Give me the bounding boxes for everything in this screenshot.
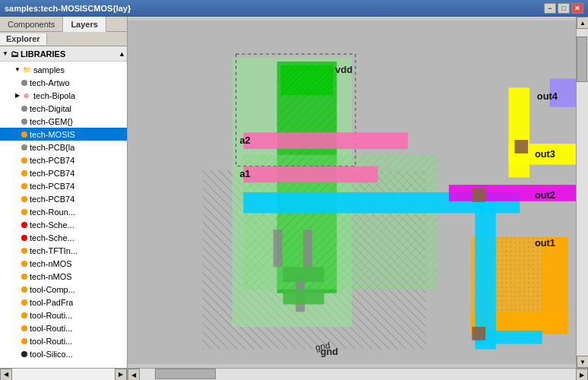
tree-dot-gray [21,119,27,125]
canvas-h-scrollbar[interactable]: ◀ ▶ [128,368,588,380]
window-controls: − □ ✕ [544,3,583,14]
tree-item-tech-pcb74c[interactable]: tech-PCB74 [0,179,127,192]
tree-h-scrollbar[interactable]: ◀ ▶ [0,368,127,380]
tree-item-samples[interactable]: ▼ 📁 samples [0,63,127,76]
svg-text:vdd: vdd [335,64,352,75]
tree-item-label: tech-PCB74 [30,182,74,191]
tree-item-tool-rout1[interactable]: tool-Routi... [0,309,127,321]
tree-item-tech-pcb74a[interactable]: tech-PCB74 [0,154,127,166]
svg-rect-24 [243,132,407,149]
tree-item-tool-rout2[interactable]: tool-Routi... [0,321,127,334]
svg-rect-25 [243,166,378,183]
svg-rect-16 [273,230,283,267]
tree-item-label: tool-Comp... [30,285,75,294]
canvas-h-scroll-thumb[interactable] [155,369,216,379]
libraries-header: ▼ 🗂 LIBRARIES ▲ [0,46,127,62]
tree-item-label: tech-PCB{la [30,143,74,152]
restore-button[interactable]: □ [558,3,570,14]
tree-item-label: tool-Silico... [30,350,73,359]
canvas-scroll-left[interactable]: ◀ [128,369,140,380]
scroll-down-arrow[interactable]: ▼ [577,356,588,368]
svg-text:out3: out3 [535,148,555,160]
svg-rect-29 [281,65,334,95]
tab-layers[interactable]: Layers [63,17,106,32]
canvas-scroll-right[interactable]: ▶ [576,369,588,380]
svg-rect-20 [475,192,496,350]
tree-item-tech-pcbla[interactable]: tech-PCB{la [0,141,127,154]
main-container: Components Layers Explorer ▼ 🗂 LIBRARIES… [0,17,588,380]
tree-item-label: tech-Artwo [30,78,70,87]
tree-item-tech-nmos2[interactable]: tech-nMOS [0,270,127,283]
tree-dot-orange [21,312,27,318]
v-scroll-track[interactable] [577,29,588,356]
schematic-svg[interactable]: vdd gnd a2 a1 out1 out2 out3 out4 gnd [128,17,576,368]
tree-item-tool-padfra[interactable]: tool-PadFra [0,296,127,309]
tab-components[interactable]: Components [0,17,63,31]
svg-rect-26 [449,185,576,201]
top-panel: Components Layers Explorer ▼ 🗂 LIBRARIES… [0,17,588,380]
tree-item-label: tool-PadFra [30,298,73,307]
window-title: samples:tech-MOSISCMOS{lay} [5,4,131,13]
tree-dot-red [21,222,27,228]
tree-item-tech-artwo[interactable]: tech-Artwo [0,76,127,89]
tree-item-tech-roun[interactable]: tech-Roun... [0,205,127,218]
canvas-h-scroll-track[interactable] [140,369,576,380]
left-panel: Components Layers Explorer ▼ 🗂 LIBRARIES… [0,17,128,380]
tree-item-tool-sili[interactable]: tool-Silico... [0,347,127,360]
minimize-button[interactable]: − [544,3,556,14]
close-button[interactable]: ✕ [571,3,583,14]
libraries-scroll-up[interactable]: ▲ [119,50,125,58]
tree-dot-gray [21,106,27,112]
tree-item-tech-tftin[interactable]: tech-TFTIn... [0,244,127,257]
tree-item-label: tech-PCB74 [30,169,74,178]
svg-text:out4: out4 [537,90,558,102]
tree-dot-orange [21,261,27,267]
tree-item-tech-sche2[interactable]: tech-Sche... [0,231,127,244]
tree-item-tech-pcb74d[interactable]: tech-PCB74 [0,192,127,205]
tab-explorer[interactable]: Explorer [0,33,47,45]
tree-item-tech-bipola[interactable]: ▶ ⊕ tech-Bipola [0,89,127,102]
tree-item-label: tech-nMOS [30,272,72,281]
svg-text:a2: a2 [240,135,251,146]
tree-item-label: tech-Bipola [33,91,75,100]
tree-dot-orange [21,183,27,189]
svg-rect-31 [472,188,485,202]
samples-folder-icon: 📁 [21,65,32,75]
tree-item-tool-comp[interactable]: tool-Comp... [0,283,127,296]
tree-item-tech-sche1[interactable]: tech-Sche... [0,218,127,231]
tree-item-tech-nmos1[interactable]: tech-nMOS [0,257,127,270]
v-scroll-thumb[interactable] [577,36,587,82]
scroll-up-arrow[interactable]: ▲ [577,17,588,29]
tree-dot-orange [21,209,27,215]
tree-item-label: tool-Routi... [30,311,72,320]
scroll-right-arrow[interactable]: ▶ [115,369,127,381]
tree-item-label: tech-PCB74 [30,156,74,165]
tree-dot-orange [21,170,27,176]
tree-item-tech-mosis[interactable]: tech-MOSIS [0,128,127,141]
tree-item-label: tool-Routi... [30,324,72,333]
tree-item-label: tech-MOSIS [30,130,75,139]
canvas-content[interactable]: vdd gnd a2 a1 out1 out2 out3 out4 gnd [128,17,576,368]
tree-item-label: tech-TFTIn... [30,246,77,255]
tree-dot-gray [21,144,27,150]
tree-dot-orange [21,131,27,138]
tree-item-tech-pcb74b[interactable]: tech-PCB74 [0,166,127,179]
libraries-expand[interactable]: ▼ [2,50,9,57]
tree-item-tool-rout3[interactable]: tool-Routi... [0,334,127,347]
svg-rect-33 [283,267,324,282]
tree-dot-gray [21,80,27,86]
scroll-left-arrow[interactable]: ◀ [0,369,12,381]
tree-item-tech-digital[interactable]: tech-Digital [0,102,127,115]
tree-item-tech-gem[interactable]: tech-GEM{} [0,115,127,128]
tree-dot-orange [21,287,27,293]
svg-text:out1: out1 [535,237,555,249]
tree-item-label: tech-PCB74 [30,195,74,204]
tree-item-label: tech-Sche... [30,220,74,230]
tree-item-label: tech-Sche... [30,233,74,242]
tree-panel[interactable]: ▼ 📁 samples tech-Artwo ▶ ⊕ tech-Bipola [0,62,127,368]
svg-rect-32 [472,327,485,340]
tree-dot-orange [21,338,27,344]
canvas-area: vdd gnd a2 a1 out1 out2 out3 out4 gnd ▲ [128,17,588,380]
tree-item-label: tech-GEM{} [30,117,73,126]
v-scrollbar[interactable]: ▲ ▼ [576,17,588,368]
